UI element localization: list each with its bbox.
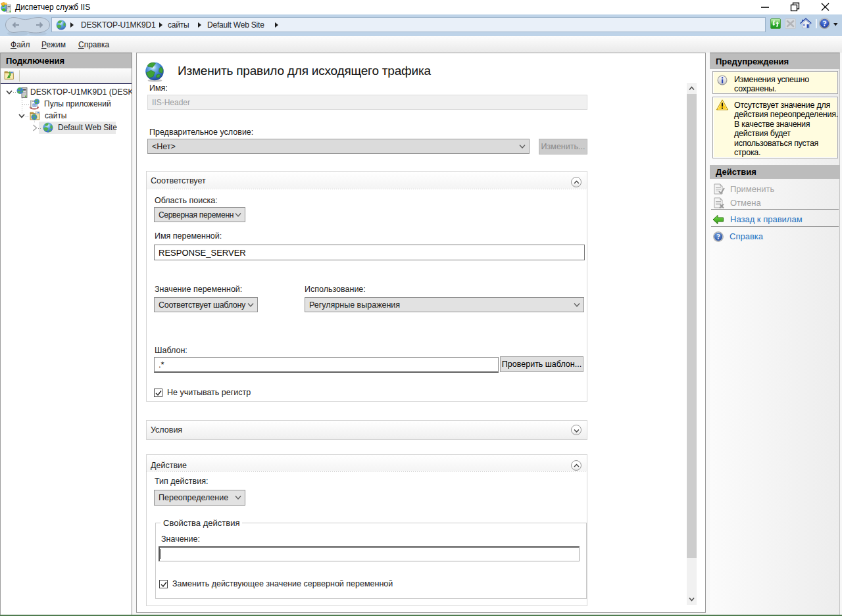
svg-text:?: ? [822,19,826,28]
svg-text:?: ? [716,233,720,241]
